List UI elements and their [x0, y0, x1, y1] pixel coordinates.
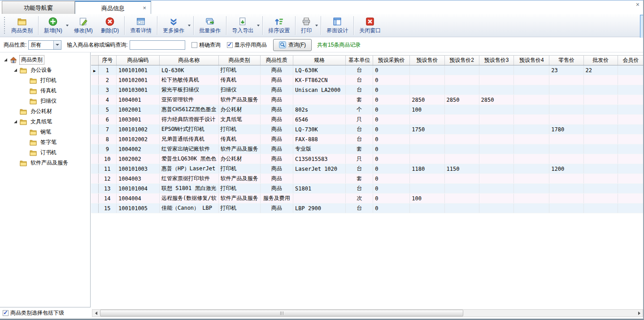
- table-cell[interactable]: [410, 134, 444, 144]
- column-header-8[interactable]: 预设售价: [410, 56, 444, 65]
- table-cell[interactable]: [549, 184, 583, 194]
- search-input[interactable]: [130, 40, 185, 50]
- column-header-10[interactable]: 预设售价3: [479, 56, 514, 65]
- table-cell[interactable]: [514, 144, 549, 154]
- table-cell[interactable]: 1002002: [117, 154, 160, 164]
- table-cell[interactable]: [514, 174, 549, 184]
- table-cell[interactable]: 台: [346, 65, 373, 75]
- column-header-4[interactable]: 商品性质: [260, 56, 293, 65]
- table-cell[interactable]: KX-FT862CN: [293, 75, 346, 85]
- query-button[interactable]: 查询(F): [273, 39, 312, 51]
- chevron-down-icon[interactable]: [187, 14, 192, 37]
- table-cell[interactable]: 佳能（Canon） LBP: [159, 203, 218, 213]
- table-cell[interactable]: 14: [98, 194, 117, 203]
- table-cell[interactable]: 套: [346, 174, 373, 184]
- show-disabled-checkbox[interactable]: 显示停用商品: [227, 41, 267, 49]
- table-cell[interactable]: 商品: [260, 115, 293, 125]
- table-cell[interactable]: 专业版: [293, 144, 346, 154]
- table-cell[interactable]: [444, 115, 479, 125]
- table-cell[interactable]: [479, 105, 514, 115]
- table-cell[interactable]: 商品: [260, 85, 293, 95]
- table-cell[interactable]: [549, 174, 583, 184]
- table-cell[interactable]: [549, 203, 583, 213]
- table-cell[interactable]: 软件产品及服务: [218, 144, 260, 154]
- table-cell[interactable]: [410, 144, 444, 154]
- table-row[interactable]: 61003001得力经典防滑握手设计文具纸笔商品6546只0: [91, 115, 644, 125]
- tab-function-nav[interactable]: 功能导航窗: [2, 1, 75, 14]
- scroll-right-icon[interactable]: [635, 310, 643, 316]
- table-cell[interactable]: EPSON针式打印机: [159, 125, 218, 134]
- table-cell[interactable]: 0: [373, 154, 410, 164]
- table-cell[interactable]: 亚拓管理软件: [159, 95, 218, 105]
- table-cell[interactable]: 得力经典防滑握手设计: [159, 115, 218, 125]
- table-cell[interactable]: 商品: [260, 144, 293, 154]
- chevron-down-icon[interactable]: [256, 14, 261, 37]
- tree-node-7[interactable]: 钢笔: [0, 127, 90, 137]
- table-cell[interactable]: 爱普生LQ630K 黑色色: [159, 154, 218, 164]
- table-cell[interactable]: [618, 134, 644, 144]
- table-cell[interactable]: [583, 105, 618, 115]
- table-cell[interactable]: 802s: [293, 105, 346, 115]
- tree-node-4[interactable]: 扫描仪: [0, 96, 90, 106]
- table-cell[interactable]: 打印机: [218, 125, 260, 134]
- toolbar-button-more-actions[interactable]: 更多操作: [159, 15, 188, 36]
- table-cell[interactable]: [549, 115, 583, 125]
- table-cell[interactable]: 0: [373, 194, 410, 203]
- table-cell[interactable]: 100101004: [117, 184, 160, 194]
- table-cell[interactable]: 办公耗材: [218, 105, 260, 115]
- checkbox-icon[interactable]: [227, 42, 233, 48]
- table-cell[interactable]: FAX-888: [293, 134, 346, 144]
- table-cell[interactable]: [444, 203, 479, 213]
- table-cell[interactable]: LQ-630K: [159, 65, 218, 75]
- table-cell[interactable]: 0: [373, 184, 410, 194]
- table-cell[interactable]: 商品: [260, 174, 293, 184]
- table-cell[interactable]: 打印机: [218, 184, 260, 194]
- tree-node-3[interactable]: 传真机: [0, 86, 90, 96]
- table-row[interactable]: 51002001惠普CH561ZZ黑色墨盒办公耗材商品802s个0100: [91, 105, 644, 115]
- table-cell[interactable]: C13S015583: [293, 154, 346, 164]
- table-cell[interactable]: [479, 134, 514, 144]
- table-cell[interactable]: [514, 184, 549, 194]
- table-cell[interactable]: 9: [98, 144, 117, 154]
- table-cell[interactable]: 10: [98, 154, 117, 164]
- table-cell[interactable]: [444, 174, 479, 184]
- table-cell[interactable]: 2: [98, 75, 117, 85]
- table-cell[interactable]: 商品: [260, 203, 293, 213]
- table-cell[interactable]: [549, 144, 583, 154]
- chevron-down-icon[interactable]: [314, 14, 319, 37]
- table-cell[interactable]: 1004001: [117, 95, 160, 105]
- table-cell[interactable]: 1780: [549, 125, 583, 134]
- table-cell[interactable]: [583, 125, 618, 134]
- table-cell[interactable]: [514, 154, 549, 164]
- table-cell[interactable]: [618, 184, 644, 194]
- table-cell[interactable]: 1: [98, 65, 117, 75]
- table-cell[interactable]: 套: [346, 95, 373, 105]
- table-cell[interactable]: [583, 115, 618, 125]
- toolbar-button-sort-settings[interactable]: 排序设置: [264, 15, 294, 36]
- table-cell[interactable]: 打印机: [218, 164, 260, 174]
- column-header-12[interactable]: 零售价: [549, 56, 583, 65]
- table-cell[interactable]: [549, 154, 583, 164]
- table-cell[interactable]: [514, 134, 549, 144]
- scrollbar-thumb[interactable]: [100, 310, 463, 316]
- table-cell[interactable]: 100102002: [117, 134, 160, 144]
- table-cell[interactable]: 套: [346, 144, 373, 154]
- table-cell[interactable]: [514, 85, 549, 95]
- toolbar-button-import-export[interactable]: 导入导出: [228, 15, 257, 36]
- table-cell[interactable]: [410, 65, 444, 75]
- table-cell[interactable]: [618, 105, 644, 115]
- table-cell[interactable]: 100: [410, 194, 444, 203]
- table-cell[interactable]: 打印机: [218, 65, 260, 75]
- table-cell[interactable]: [514, 95, 549, 105]
- table-cell[interactable]: [410, 154, 444, 164]
- table-cell[interactable]: [618, 75, 644, 85]
- exact-query-checkbox[interactable]: 精确查询: [191, 41, 221, 49]
- column-header-0[interactable]: 序号: [98, 56, 117, 65]
- table-row[interactable]: 7100101002EPSON针式打印机打印机商品LQ-730K台0175017…: [91, 125, 644, 134]
- tree-node-0[interactable]: 商品类别: [0, 55, 90, 65]
- table-cell[interactable]: 软件产品及服务: [218, 95, 260, 105]
- table-row[interactable]: 41004001亚拓管理软件软件产品及服务商品套0285028502850: [91, 95, 644, 105]
- table-cell[interactable]: 0: [373, 134, 410, 144]
- table-cell[interactable]: [618, 125, 644, 134]
- table-cell[interactable]: 办公耗材: [218, 154, 260, 164]
